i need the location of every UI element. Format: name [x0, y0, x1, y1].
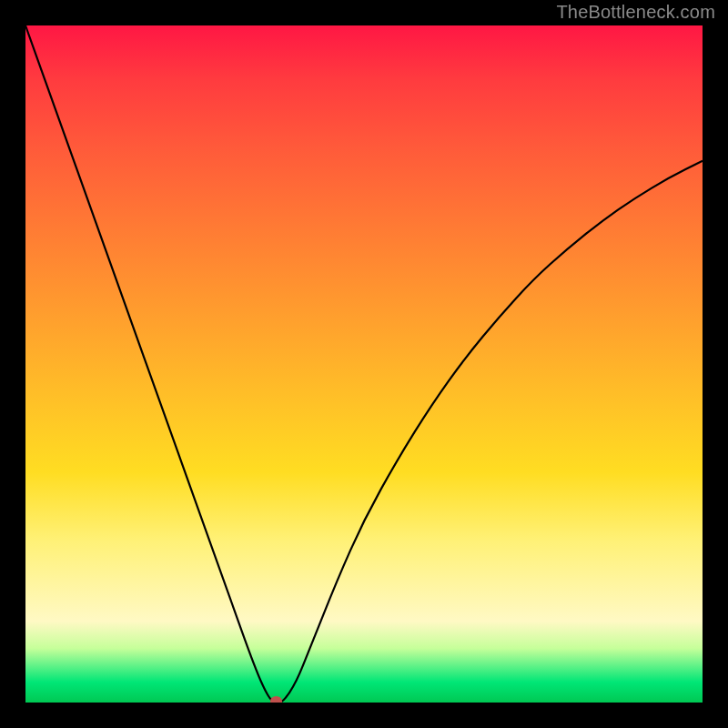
- frame-border-right: [703, 0, 728, 728]
- frame-border-left: [0, 0, 25, 728]
- chart-curve: [0, 0, 728, 728]
- watermark-text: TheBottleneck.com: [556, 2, 715, 23]
- frame-border-bottom: [0, 703, 728, 728]
- chart-frame: TheBottleneck.com: [0, 0, 728, 728]
